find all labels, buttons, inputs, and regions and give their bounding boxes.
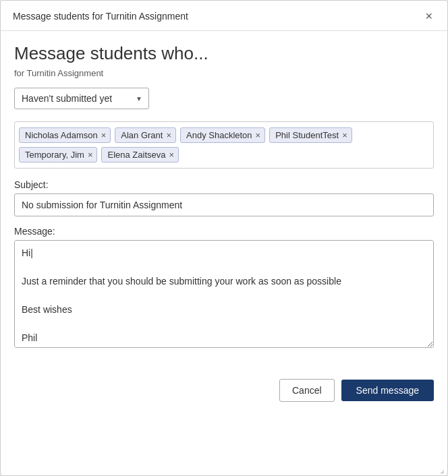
- modal-subtitle: for Turnitin Assignment: [14, 68, 434, 78]
- remove-recipient-phil-studenttest[interactable]: ×: [342, 131, 347, 140]
- recipient-name: Phil StudentTest: [275, 130, 339, 140]
- recipient-tag: Andy Shackleton ×: [180, 127, 265, 143]
- resize-handle: ⌟: [440, 465, 445, 474]
- message-textarea[interactable]: Hi| Just a reminder that you should be s…: [14, 240, 434, 348]
- subject-group: Subject:: [14, 179, 434, 216]
- recipient-name: Alan Grant: [121, 130, 163, 140]
- remove-recipient-alan-grant[interactable]: ×: [166, 131, 171, 140]
- subject-label: Subject:: [14, 179, 434, 190]
- modal-main-title: Message students who...: [14, 43, 434, 64]
- recipient-tag: Alan Grant ×: [115, 127, 176, 143]
- recipient-tag: Phil StudentTest ×: [269, 127, 352, 143]
- recipient-name: Temporary, Jim: [25, 150, 84, 160]
- close-button[interactable]: ×: [422, 10, 435, 22]
- modal-header: Message students for Turnitin Assignment…: [1, 1, 447, 31]
- remove-recipient-andy-shackleton[interactable]: ×: [256, 131, 261, 140]
- recipient-tag: Temporary, Jim ×: [19, 147, 97, 162]
- remove-recipient-nicholas-adamson[interactable]: ×: [101, 131, 107, 140]
- filter-dropdown-wrapper: Haven't submitted yet Have submitted All…: [14, 88, 434, 109]
- send-message-button[interactable]: Send message: [341, 380, 434, 401]
- modal-body: Message students who... for Turnitin Ass…: [1, 31, 447, 371]
- recipient-name: Nicholas Adamson: [25, 130, 98, 140]
- cancel-button[interactable]: Cancel: [279, 379, 335, 402]
- message-label: Message:: [14, 226, 434, 237]
- modal-footer: Cancel Send message: [1, 371, 447, 413]
- remove-recipient-temporary-jim[interactable]: ×: [88, 150, 93, 159]
- filter-dropdown[interactable]: Haven't submitted yet Have submitted All…: [14, 88, 149, 109]
- recipients-area: Nicholas Adamson × Alan Grant × Andy Sha…: [14, 121, 434, 169]
- recipient-tag: Nicholas Adamson ×: [19, 127, 111, 143]
- remove-recipient-elena-zaitseva[interactable]: ×: [169, 150, 174, 159]
- subject-input[interactable]: [14, 194, 434, 216]
- message-group: Message: Hi| Just a reminder that you sh…: [14, 226, 434, 351]
- modal-dialog: Message students for Turnitin Assignment…: [0, 0, 448, 476]
- modal-header-title: Message students for Turnitin Assignment: [13, 11, 188, 22]
- recipient-name: Andy Shackleton: [186, 130, 252, 140]
- recipient-tag: Elena Zaitseva ×: [101, 147, 179, 162]
- recipient-name: Elena Zaitseva: [107, 150, 165, 160]
- dropdown-container: Haven't submitted yet Have submitted All…: [14, 88, 149, 109]
